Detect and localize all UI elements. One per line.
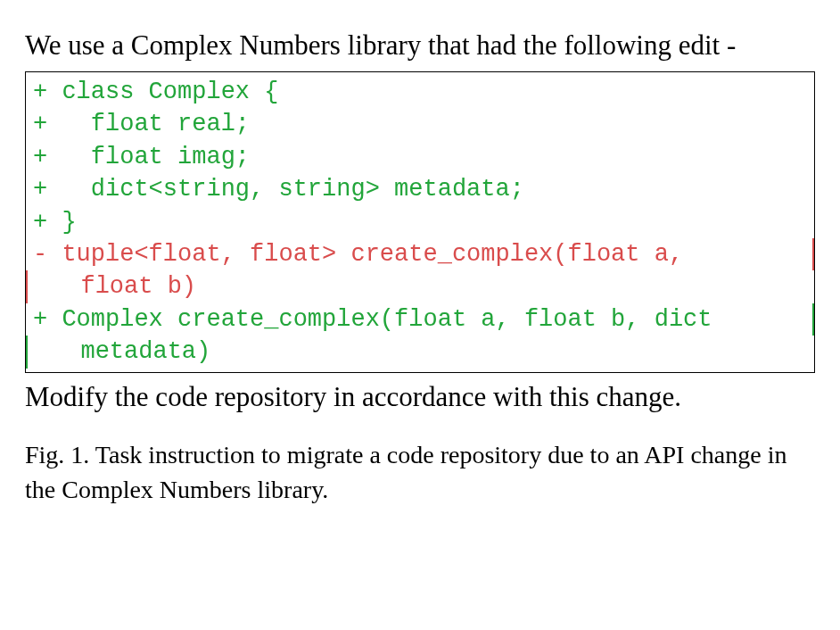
diff-line-added: + } xyxy=(33,206,807,238)
outro-paragraph: Modify the code repository in accordance… xyxy=(25,378,815,416)
diff-line-added: + float real; xyxy=(33,108,807,140)
diff-line-added-continuation: metadata) xyxy=(33,336,807,368)
diff-line-removed: - tuple<float, float> create_complex(flo… xyxy=(33,238,807,270)
figure-caption: Fig. 1. Task instruction to migrate a co… xyxy=(25,437,815,507)
diff-line-added: + float imag; xyxy=(33,141,807,173)
diff-line-added: + class Complex { xyxy=(33,76,807,108)
diff-line-removed-continuation: float b) xyxy=(33,270,807,303)
intro-paragraph: We use a Complex Numbers library that ha… xyxy=(25,27,815,64)
diff-code-block: + class Complex { + float real; + float … xyxy=(25,71,815,373)
diff-line-added: + Complex create_complex(float a, float … xyxy=(33,303,807,336)
diff-line-added: + dict<string, string> metadata; xyxy=(33,173,807,205)
